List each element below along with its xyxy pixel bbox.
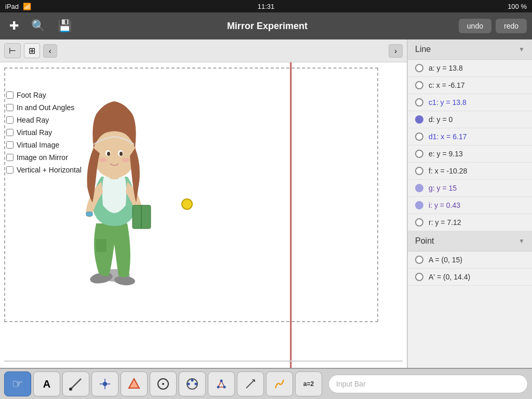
line-tool-button[interactable] <box>62 371 89 396</box>
radio-c1[interactable] <box>415 98 423 107</box>
redo-button[interactable]: redo <box>496 19 527 33</box>
circle-tool-button[interactable] <box>150 371 177 396</box>
transform-tool-button[interactable] <box>208 371 235 396</box>
svg-point-29 <box>217 386 220 389</box>
svg-line-32 <box>246 380 255 388</box>
radio-g[interactable] <box>415 184 423 192</box>
radio-f[interactable] <box>415 167 423 175</box>
radio-r[interactable] <box>415 218 423 227</box>
add-button[interactable]: ✚ <box>5 17 23 35</box>
radio-A2[interactable] <box>415 273 423 281</box>
checkbox-vertical-horizontal[interactable]: Vertical + Horizontal <box>6 166 82 174</box>
yellow-point[interactable] <box>181 198 193 210</box>
line-label-c: c: x = -6.17 <box>429 81 465 89</box>
checkbox-in-out-angles[interactable]: In and Out Angles <box>6 103 82 112</box>
svg-point-12 <box>99 158 107 162</box>
radio-d[interactable] <box>415 115 423 124</box>
app-toolbar: ✚ 🔍 💾 Mirror Experiment undo redo <box>0 12 532 39</box>
text-tool-button[interactable]: A <box>33 371 60 396</box>
conic-tool-button[interactable] <box>179 371 206 396</box>
line-label-d1: d1: x = 6.17 <box>429 132 467 141</box>
radio-c[interactable] <box>415 81 423 89</box>
status-left: iPad 📶 <box>5 3 31 10</box>
polygon-tool-button[interactable] <box>121 371 148 396</box>
line-item-c[interactable]: c: x = -6.17 <box>408 77 532 94</box>
checkbox-foot-ray[interactable]: Foot Ray <box>6 91 82 99</box>
save-button[interactable]: 💾 <box>54 17 76 35</box>
canvas-toolbar: ⊢ ⊞ ‹ › <box>0 39 407 62</box>
in-out-angles-checkbox[interactable] <box>6 104 14 111</box>
radio-d1[interactable] <box>415 132 423 141</box>
line-item-a[interactable]: a: y = 13.8 <box>408 60 532 77</box>
nav-left-button[interactable]: ‹ <box>43 44 57 58</box>
vertical-horizontal-label: Vertical + Horizontal <box>17 166 82 174</box>
line-item-e[interactable]: e: y = 9.13 <box>408 145 532 163</box>
checkbox-head-ray[interactable]: Head Ray <box>6 116 82 124</box>
line-item-r[interactable]: r: y = 7.12 <box>408 214 532 231</box>
nav-right-button[interactable]: › <box>389 44 403 58</box>
right-panel: Line ▼ a: y = 13.8 c: x = -6.17 c1: y = … <box>407 39 532 368</box>
svg-point-26 <box>195 383 197 385</box>
point-label-A2: A' = (0, 14.4) <box>429 273 470 281</box>
canvas-area[interactable]: ⊢ ⊞ ‹ › <box>0 39 407 368</box>
radio-e[interactable] <box>415 150 423 158</box>
image-on-mirror-checkbox[interactable] <box>6 154 14 161</box>
line-item-f[interactable]: f: x = -10.28 <box>408 163 532 180</box>
status-bar: iPad 📶 11:31 100 % <box>0 0 532 12</box>
vertical-horizontal-checkbox[interactable] <box>6 166 14 174</box>
search-button[interactable]: 🔍 <box>27 17 49 35</box>
freehand-tool-button[interactable] <box>266 371 293 396</box>
svg-marker-20 <box>129 379 139 388</box>
ground-line <box>4 361 403 362</box>
line-item-c1[interactable]: c1: y = 13.8 <box>408 94 532 111</box>
input-bar[interactable]: Input Bar <box>328 375 528 393</box>
undo-button[interactable]: undo <box>459 19 491 33</box>
grid-tool-button[interactable]: ⊞ <box>24 43 40 58</box>
ray-tool-button[interactable] <box>237 371 264 396</box>
wifi-icon: 📶 <box>23 3 31 10</box>
point-section-header[interactable]: Point ▼ <box>408 231 532 251</box>
virtual-image-checkbox[interactable] <box>6 141 14 149</box>
pointer-tool-button[interactable]: ☞ <box>4 371 31 396</box>
point-chevron-icon: ▼ <box>518 237 525 245</box>
point-item-A2[interactable]: A' = (0, 14.4) <box>408 269 532 286</box>
checkbox-virtual-image[interactable]: Virtual Image <box>6 141 82 149</box>
line-item-d1[interactable]: d1: x = 6.17 <box>408 128 532 145</box>
svg-line-15 <box>71 379 81 389</box>
algebra-tool-button[interactable]: a=2 <box>295 371 322 396</box>
line-label-g: g: y = 15 <box>429 184 457 192</box>
device-label: iPad <box>5 3 19 10</box>
point-item-A[interactable]: A = (0, 15) <box>408 251 532 269</box>
line-label-i: i: y = 0.43 <box>429 201 460 209</box>
svg-rect-3 <box>96 239 107 252</box>
line-item-i[interactable]: i: y = 0.43 <box>408 197 532 214</box>
undo-redo-group: undo redo <box>459 19 527 33</box>
main-area: ⊢ ⊞ ‹ › <box>0 39 532 368</box>
line-item-g[interactable]: g: y = 15 <box>408 180 532 197</box>
line-label-r: r: y = 7.12 <box>429 218 461 227</box>
head-ray-label: Head Ray <box>17 116 49 124</box>
image-on-mirror-label: Image on Mirror <box>17 153 68 162</box>
radio-a[interactable] <box>415 64 423 72</box>
radio-i[interactable] <box>415 201 423 209</box>
point-tool-button[interactable] <box>91 371 118 396</box>
radio-A[interactable] <box>415 256 423 264</box>
line-item-d[interactable]: d: y = 0 <box>408 111 532 128</box>
checkboxes-panel: Foot Ray In and Out Angles Head Ray Virt… <box>6 91 82 174</box>
line-section-header[interactable]: Line ▼ <box>408 39 532 60</box>
svg-point-10 <box>107 152 110 156</box>
foot-ray-checkbox[interactable] <box>6 91 14 99</box>
line-label-f: f: x = -10.28 <box>429 167 467 175</box>
in-out-angles-label: In and Out Angles <box>17 103 74 112</box>
ruler-tool-button[interactable]: ⊢ <box>4 43 21 58</box>
svg-line-31 <box>221 381 224 387</box>
point-section-label: Point <box>415 236 434 246</box>
checkbox-image-on-mirror[interactable]: Image on Mirror <box>6 153 82 162</box>
checkbox-virtual-ray[interactable]: Virtual Ray <box>6 128 82 137</box>
virtual-ray-checkbox[interactable] <box>6 129 14 136</box>
head-ray-checkbox[interactable] <box>6 116 14 124</box>
status-time: 11:31 <box>258 3 275 10</box>
line-label-a: a: y = 13.8 <box>429 64 463 72</box>
canvas-content: Foot Ray In and Out Angles Head Ray Virt… <box>0 62 407 368</box>
line-label-d: d: y = 0 <box>429 115 453 124</box>
